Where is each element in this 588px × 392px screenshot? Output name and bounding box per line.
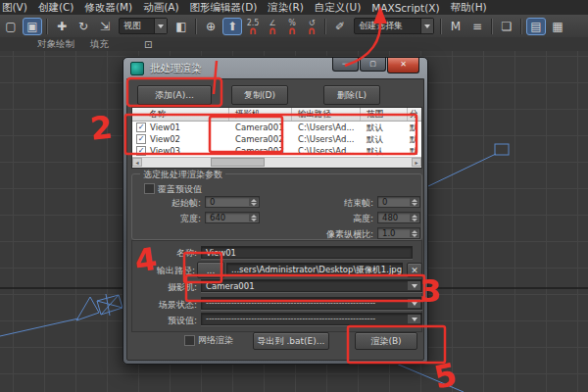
- view-reference-combo[interactable]: 视图: [119, 18, 168, 34]
- select-region-icon[interactable]: ▣: [23, 18, 42, 35]
- scroll-right-icon[interactable]: ▸: [412, 158, 421, 167]
- select-rectangle-icon[interactable]: ▢: [1, 18, 21, 35]
- end-frame-label: 结束帧:: [297, 197, 373, 210]
- selection-detail-panel: 名称: View01 输出路径: ... ...sers\Administrat…: [131, 240, 422, 332]
- scroll-left-icon[interactable]: ◂: [132, 158, 142, 167]
- spinner-arrows[interactable]: [249, 198, 258, 206]
- camera-label: 摄影机:: [158, 281, 197, 294]
- scene-state-combo[interactable]: ----------------------------------------…: [201, 297, 422, 310]
- menu-animation[interactable]: 动画(A): [138, 1, 183, 15]
- mirror-uv-icon[interactable]: ◧: [172, 18, 191, 35]
- row-resolution: 默认: [408, 122, 417, 133]
- output-path-field[interactable]: ...sers\Administrator\Desktop\摄像机1.jpg: [226, 263, 403, 275]
- width-field[interactable]: 640: [205, 212, 260, 223]
- chevron-down-icon[interactable]: [408, 299, 420, 308]
- delete-button[interactable]: 删除(L): [323, 85, 380, 105]
- menu-view[interactable]: 图(V): [0, 1, 32, 15]
- render-button[interactable]: 渲染(B): [355, 332, 417, 350]
- row-resolution: 默认: [408, 133, 417, 145]
- chevron-down-icon[interactable]: [154, 19, 167, 33]
- curve-editor-icon[interactable]: ▦: [548, 18, 567, 35]
- preset-combo[interactable]: ----------------------------------------…: [201, 313, 422, 325]
- keyboard-override-icon[interactable]: ✐: [330, 18, 350, 35]
- row-name: View02: [150, 133, 180, 145]
- close-button[interactable]: ✕: [387, 58, 419, 74]
- export-bat-button[interactable]: 导出到 .bat(E)...: [253, 332, 329, 350]
- start-frame-field[interactable]: 0: [205, 196, 260, 208]
- menu-modifiers[interactable]: 修改器(M): [79, 1, 137, 15]
- duplicate-button[interactable]: 复制(D): [231, 85, 288, 105]
- view-combo-value: 视图: [120, 20, 154, 32]
- add-button[interactable]: 添加(A)...: [137, 85, 212, 105]
- table-row[interactable]: ✓View02 Camera002 C:\Users\Ad... 默认 默认: [132, 133, 421, 145]
- mirror-icon[interactable]: M: [446, 18, 466, 35]
- col-name[interactable]: 名称: [132, 108, 229, 121]
- snap-25d-icon[interactable]: 2.5∩: [243, 19, 263, 34]
- chevron-down-icon[interactable]: [420, 19, 433, 33]
- start-frame-label: 起始帧:: [142, 197, 201, 210]
- named-selection-set-combo[interactable]: 创建选择集: [354, 18, 434, 34]
- batch-render-list: 名称 摄影机 输出路径 范围 分辨率 ✓View01 Camera001 C:\…: [131, 107, 422, 169]
- col-output-path[interactable]: 输出路径: [292, 108, 361, 121]
- row-camera: Camera002: [229, 133, 292, 145]
- horizontal-scrollbar[interactable]: ◂ ▸: [132, 157, 421, 168]
- clear-path-button[interactable]: ✕: [407, 263, 422, 277]
- graphite-folder-icon[interactable]: ▤: [526, 18, 546, 35]
- table-header: 名称 摄影机 输出路径 范围 分辨率: [132, 108, 421, 122]
- network-render-checkbox[interactable]: [184, 335, 195, 346]
- spinner-snap-icon[interactable]: ↺∩: [302, 19, 321, 34]
- row-path: C:\Users\Ad...: [292, 145, 361, 157]
- ribbon-config-icon[interactable]: ⊡: [144, 39, 152, 50]
- angle-snap-icon[interactable]: ∠∩: [263, 19, 282, 34]
- menu-help[interactable]: 帮助(H): [446, 1, 492, 15]
- chevron-down-icon[interactable]: [408, 315, 420, 323]
- layer-manager-icon[interactable]: ❏: [497, 18, 516, 35]
- browse-output-button[interactable]: ...: [197, 262, 224, 278]
- menu-create[interactable]: 创建(C): [33, 1, 79, 15]
- row-checkbox[interactable]: ✓: [136, 122, 146, 132]
- spinner-arrows[interactable]: [410, 198, 418, 206]
- batch-render-dialog: 批处理渲染 — ▢ ✕ 添加(A)... 复制(D) 删除(L) 名称 摄影机 …: [122, 57, 428, 365]
- rotate-icon[interactable]: ↻: [74, 18, 93, 35]
- selected-render-params-group: 选定批处理渲染参数 覆盖预设值 起始帧: 0 结束帧: 0 宽度: 640 高度…: [131, 173, 422, 240]
- menu-maxscript[interactable]: MAXScript(X): [367, 2, 444, 14]
- tab-populate[interactable]: 填充: [82, 38, 117, 51]
- col-resolution[interactable]: 分辨率: [408, 108, 417, 121]
- row-checkbox[interactable]: ✓: [136, 146, 146, 156]
- row-name: View01: [150, 122, 180, 133]
- move-icon[interactable]: ✚: [52, 18, 72, 35]
- row-path: C:\Users\Ad...: [292, 122, 361, 133]
- spinner-arrows[interactable]: [410, 229, 418, 237]
- toolbar-separator: [195, 19, 197, 34]
- chevron-down-icon[interactable]: [408, 281, 420, 290]
- group-title: 选定批处理渲染参数: [140, 169, 225, 181]
- table-row[interactable]: ✓View01 Camera001 C:\Users\Ad... 默认 默认: [132, 122, 421, 133]
- tab-object-paint[interactable]: 对象绘制: [29, 38, 82, 51]
- manipulate-icon[interactable]: ⊕: [201, 18, 220, 35]
- menu-rendering[interactable]: 渲染(R): [263, 1, 309, 15]
- row-checkbox[interactable]: ✓: [136, 134, 146, 144]
- table-row[interactable]: ✓View03 Camera003 C:\Users\Ad... 默认 默认: [132, 145, 421, 157]
- pivot-icon[interactable]: ⬆: [222, 18, 242, 35]
- camera-combo[interactable]: Camera001: [201, 279, 422, 292]
- maximize-button[interactable]: ▢: [360, 58, 386, 72]
- scale-icon[interactable]: ⇲: [95, 18, 115, 35]
- height-field[interactable]: 480: [377, 212, 420, 223]
- percent-snap-icon[interactable]: %∩: [282, 19, 302, 34]
- menu-customize[interactable]: 自定义(U): [310, 1, 366, 15]
- spinner-arrows[interactable]: [410, 214, 418, 221]
- minimize-button[interactable]: —: [332, 58, 359, 72]
- row-camera: Camera003: [229, 145, 292, 157]
- col-camera[interactable]: 摄影机: [229, 108, 292, 121]
- scrollbar-thumb[interactable]: [211, 158, 265, 167]
- row-resolution: 默认: [408, 145, 417, 157]
- col-range[interactable]: 范围: [361, 108, 408, 121]
- end-frame-field[interactable]: 0: [377, 196, 420, 208]
- pixel-aspect-field[interactable]: 1.0: [377, 227, 420, 239]
- override-preset-checkbox[interactable]: [144, 183, 155, 194]
- menu-graph-editors[interactable]: 图形编辑器(D): [185, 1, 263, 15]
- spinner-arrows[interactable]: [249, 214, 258, 221]
- align-icon[interactable]: ≡: [467, 18, 487, 35]
- row-camera: Camera001: [229, 122, 292, 133]
- name-field[interactable]: View01: [201, 246, 413, 259]
